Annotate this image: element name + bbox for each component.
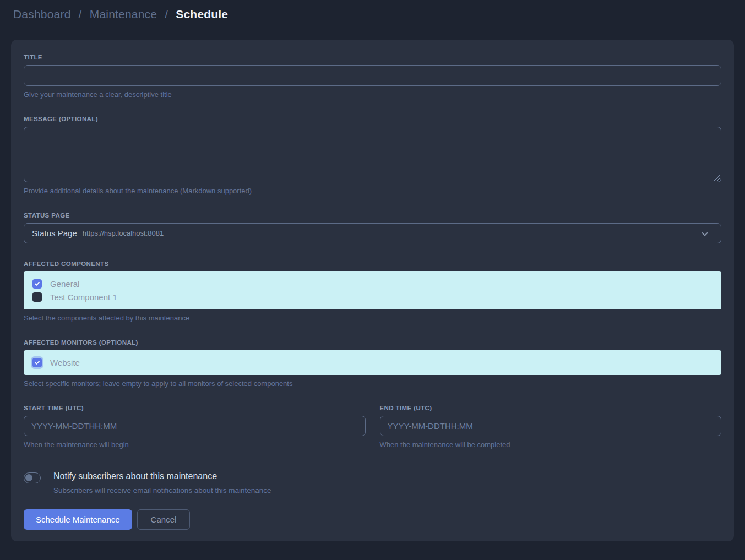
start-time-helper-text: When the maintenance will begin <box>24 441 366 449</box>
toggle-knob <box>25 474 32 481</box>
start-time-input[interactable] <box>24 416 366 436</box>
title-helper-text: Give your maintenance a clear, descripti… <box>24 90 721 99</box>
component-option-label: Test Component 1 <box>50 292 117 302</box>
status-page-selected-name: Status Page <box>32 229 77 238</box>
title-input[interactable] <box>24 65 721 86</box>
breadcrumb: Dashboard / Maintenance / Schedule <box>13 8 228 21</box>
start-time-label: START TIME (UTC) <box>24 405 366 411</box>
breadcrumb-dashboard[interactable]: Dashboard <box>13 8 71 20</box>
affected-monitors-field-group: AFFECTED MONITORS (OPTIONAL) Website Sel… <box>24 339 721 388</box>
breadcrumb-separator: / <box>165 8 168 20</box>
cancel-button[interactable]: Cancel <box>137 509 191 530</box>
affected-monitors-helper-text: Select specific monitors; leave empty to… <box>24 379 721 388</box>
breadcrumb-current-schedule: Schedule <box>176 8 228 20</box>
start-time-field-group: START TIME (UTC) When the maintenance wi… <box>24 405 366 449</box>
message-field-group: MESSAGE (OPTIONAL) Provide additional de… <box>24 116 721 195</box>
notify-subscribers-label: Notify subscribers about this maintenanc… <box>53 471 271 481</box>
notify-subscribers-row: Notify subscribers about this maintenanc… <box>24 471 721 494</box>
message-helper-text: Provide additional details about the mai… <box>24 187 721 195</box>
chevron-down-icon <box>701 230 708 237</box>
affected-monitors-label: AFFECTED MONITORS (OPTIONAL) <box>24 339 721 346</box>
title-field-group: TITLE Give your maintenance a clear, des… <box>24 54 721 99</box>
status-page-label: STATUS PAGE <box>24 212 721 219</box>
monitor-option-website[interactable]: Website <box>32 358 713 367</box>
checkbox-website[interactable] <box>32 358 42 367</box>
check-icon <box>34 360 40 366</box>
checkbox-general[interactable] <box>32 279 42 289</box>
affected-components-helper-text: Select the components affected by this m… <box>24 314 721 322</box>
notify-subscribers-helper-text: Subscribers will receive email notificat… <box>53 486 271 494</box>
status-page-select[interactable]: Status Page https://hsp.localhost:8081 <box>24 223 721 243</box>
end-time-helper-text: When the maintenance will be completed <box>380 441 722 449</box>
affected-monitors-list: Website <box>24 350 721 375</box>
schedule-maintenance-button[interactable]: Schedule Maintenance <box>24 509 132 530</box>
status-page-field-group: STATUS PAGE Status Page https://hsp.loca… <box>24 212 721 243</box>
check-icon <box>34 281 40 287</box>
component-option-label: General <box>50 279 79 289</box>
form-actions: Schedule Maintenance Cancel <box>24 509 721 530</box>
component-option-general[interactable]: General <box>32 279 713 289</box>
monitor-option-label: Website <box>50 358 80 367</box>
affected-components-label: AFFECTED COMPONENTS <box>24 260 721 267</box>
affected-components-list: General Test Component 1 <box>24 271 721 309</box>
message-textarea[interactable] <box>24 127 721 182</box>
end-time-input[interactable] <box>380 416 722 436</box>
end-time-field-group: END TIME (UTC) When the maintenance will… <box>380 405 722 449</box>
end-time-label: END TIME (UTC) <box>380 405 722 411</box>
affected-components-field-group: AFFECTED COMPONENTS General Test Compone… <box>24 260 721 322</box>
time-fields-row: START TIME (UTC) When the maintenance wi… <box>24 405 721 449</box>
topbar: Dashboard / Maintenance / Schedule <box>0 0 745 29</box>
status-page-selected-url: https://hsp.localhost:8081 <box>83 229 164 237</box>
component-option-test-component-1[interactable]: Test Component 1 <box>32 292 713 302</box>
schedule-maintenance-form-card: TITLE Give your maintenance a clear, des… <box>11 40 734 541</box>
title-label: TITLE <box>24 54 721 61</box>
breadcrumb-maintenance[interactable]: Maintenance <box>90 8 157 20</box>
notify-subscribers-toggle[interactable] <box>24 472 41 483</box>
message-label: MESSAGE (OPTIONAL) <box>24 116 721 122</box>
breadcrumb-separator: / <box>79 8 82 20</box>
checkbox-test-component-1[interactable] <box>32 292 42 302</box>
